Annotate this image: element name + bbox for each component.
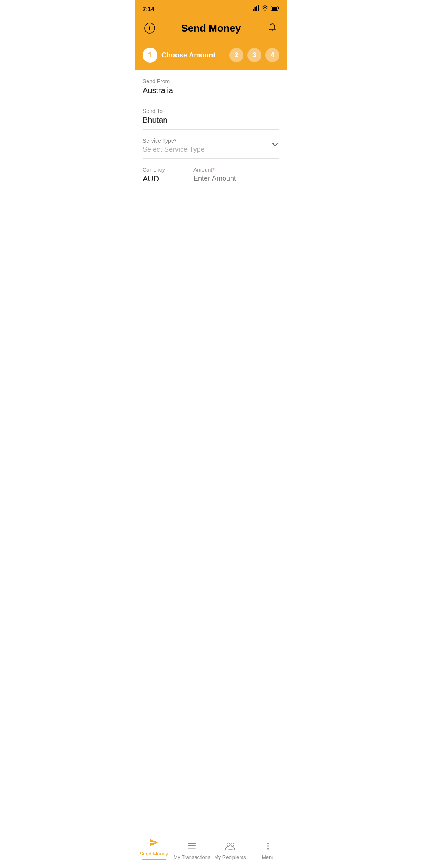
nav-my-transactions-label: My Transactions	[173, 854, 211, 860]
send-from-value: Australia	[143, 86, 279, 95]
send-from-field: Send From Australia	[143, 70, 279, 100]
svg-rect-9	[188, 845, 196, 846]
nav-send-money[interactable]: Send Money	[135, 838, 173, 860]
currency-label: Currency	[143, 167, 186, 173]
svg-rect-0	[253, 9, 254, 11]
info-button[interactable]: i	[143, 21, 157, 35]
svg-rect-10	[188, 848, 196, 849]
header: i Send Money	[135, 17, 287, 43]
bottom-nav: Send Money My Transactions My Recipients	[135, 834, 287, 868]
nav-menu[interactable]: Menu	[249, 842, 288, 860]
step-active-label: Choose Amount	[161, 51, 225, 59]
svg-rect-5	[272, 7, 277, 10]
svg-point-14	[267, 845, 269, 847]
step-2[interactable]: 2	[229, 48, 243, 62]
service-type-field[interactable]: Service Type* Select Service Type	[143, 130, 279, 159]
svg-rect-8	[188, 843, 196, 844]
amount-input[interactable]	[193, 174, 279, 183]
battery-icon	[271, 6, 279, 12]
svg-rect-2	[256, 6, 257, 11]
nav-my-recipients[interactable]: My Recipients	[211, 842, 249, 860]
steps-bar: 1 Choose Amount 2 3 4	[135, 43, 287, 70]
svg-point-13	[267, 843, 269, 844]
main-content: Send From Australia Send To Bhutan Servi…	[135, 70, 287, 228]
send-to-label: Send To	[143, 108, 279, 114]
nav-my-recipients-label: My Recipients	[214, 854, 246, 860]
service-type-inner: Service Type* Select Service Type	[143, 138, 271, 154]
send-from-label: Send From	[143, 78, 279, 84]
wifi-icon	[261, 5, 268, 12]
page-title: Send Money	[181, 22, 241, 34]
nav-active-underline	[142, 859, 166, 860]
status-icons	[253, 5, 279, 12]
signal-icon	[253, 5, 259, 12]
amount-required: *	[212, 167, 214, 173]
svg-point-15	[267, 848, 269, 850]
notification-button[interactable]	[265, 21, 279, 35]
my-recipients-icon	[225, 842, 236, 853]
currency-value: AUD	[143, 174, 186, 183]
svg-rect-3	[258, 5, 259, 11]
svg-text:i: i	[149, 25, 150, 31]
send-to-value: Bhutan	[143, 116, 279, 125]
currency-amount-row: Currency AUD Amount*	[143, 159, 279, 188]
form-content: Send From Australia Send To Bhutan Servi…	[135, 70, 287, 188]
send-to-field: Send To Bhutan	[143, 100, 279, 130]
my-transactions-icon	[187, 842, 197, 853]
status-time: 7:14	[143, 5, 154, 12]
service-type-placeholder: Select Service Type	[143, 145, 271, 154]
menu-icon	[263, 842, 273, 853]
status-bar: 7:14	[135, 0, 287, 17]
amount-label: Amount*	[193, 167, 279, 173]
amount-field[interactable]: Amount*	[193, 167, 279, 183]
svg-point-12	[231, 843, 234, 846]
svg-point-11	[227, 843, 230, 846]
nav-send-money-label: Send Money	[139, 851, 168, 857]
currency-field: Currency AUD	[143, 167, 186, 183]
nav-my-transactions[interactable]: My Transactions	[173, 842, 211, 860]
step-4[interactable]: 4	[265, 48, 279, 62]
step-1-active: 1	[143, 48, 157, 63]
nav-menu-label: Menu	[262, 854, 275, 860]
service-type-label: Service Type*	[143, 138, 271, 144]
chevron-down-icon	[271, 140, 279, 151]
svg-rect-1	[255, 7, 256, 11]
step-3[interactable]: 3	[247, 48, 261, 62]
service-type-required: *	[174, 138, 176, 144]
send-money-icon	[149, 838, 159, 849]
